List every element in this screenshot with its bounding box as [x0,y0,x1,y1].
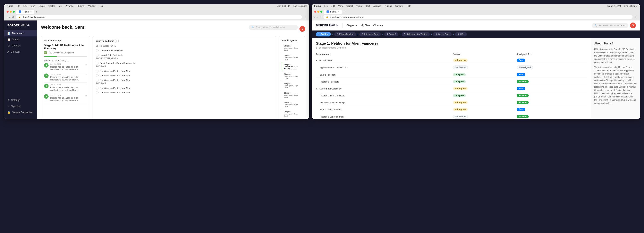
progress-stage-3[interactable]: Stage 4:Lorem Ipsum Stage Detail [282,72,302,80]
pipeline-stage-6[interactable]: 8.Life! [455,32,467,36]
help-menu[interactable]: Help [99,5,104,7]
back-button[interactable]: ‹ [6,15,8,19]
todo-item-2-0[interactable]: Get Vacation Photos from Alex [96,69,273,73]
r-edit-menu[interactable]: Edit [331,5,335,7]
r-window-menu[interactable]: Window [395,5,403,7]
progress-stage-1[interactable]: Stage 2:Lorem Ipsum Stage Detail [282,53,302,62]
view-menu[interactable]: View [30,5,36,7]
r-minimize-button[interactable] [317,11,319,13]
todo-item-3-0[interactable]: Get Vacation Photos from Alex [96,86,273,90]
r-maximize-button[interactable] [320,11,322,13]
r-browser-tab[interactable]: Figma ✕ [324,10,342,14]
pipeline-stage-4[interactable]: 5.Adjustment of Status [402,32,430,36]
todo-item-3-1[interactable]: Get Vacation Photos from Alex [96,90,273,95]
expand-req-icon[interactable]: ▶ [316,60,318,62]
bn-search-bar[interactable]: 🔍 Search For Forms & Terms [592,23,628,28]
r-file-menu[interactable]: File [324,5,328,7]
file-menu[interactable]: File [16,5,20,7]
notif-arrow-icon[interactable]: → [85,74,87,76]
r-tab-close[interactable]: ✕ [338,11,339,13]
todo-checkbox[interactable] [96,70,98,72]
todo-checkbox[interactable] [96,86,98,90]
todo-checkbox[interactable] [96,49,98,52]
progress-stage-0[interactable]: Stage 1:Lorem Ipsum Stage Detail [282,44,302,52]
window-menu[interactable]: Window [88,5,96,7]
nav-stages[interactable]: Stages ▼ [346,24,358,27]
r-object-menu[interactable]: Object [346,5,353,7]
r-close-button[interactable] [314,11,316,13]
r-text-menu[interactable]: Text [366,5,370,7]
r-forward-button[interactable]: › [317,15,318,19]
progress-stage-6[interactable]: Stage 7:Lorem Ipsum Stage Detail [282,100,302,109]
reload-button[interactable]: ↺ [12,15,14,19]
todo-checkbox[interactable] [96,78,98,82]
r-help-menu[interactable]: Help [406,5,411,7]
edit-menu[interactable]: Edit [23,5,27,7]
browser-tab[interactable]: Figma ✕ [16,10,34,14]
more-options-button[interactable]: ⋮ [304,15,307,19]
col-assigned[interactable]: Assigned To ↑ [517,52,587,57]
r-reload-button[interactable]: ↺ [319,15,322,19]
todo-item-0-0[interactable]: Locate Birth Certificate [96,48,273,53]
forward-button[interactable]: › [9,15,10,19]
close-button[interactable] [6,11,8,13]
r-view-menu[interactable]: View [338,5,343,7]
r-arrange-menu[interactable]: Arrange [373,5,381,7]
progress-stage-4[interactable]: Stage 5:Lorem Ipsum Stage Detail [282,81,302,90]
todo-item-2-2[interactable]: Get Vacation Photos from Alex [96,78,273,82]
user-avatar[interactable]: S [300,26,305,32]
r-figma-apple-menu[interactable]: Figma [314,5,321,7]
pipeline-stage-2[interactable]: 3.Interview Prep [359,32,381,36]
assigned-sort-icon[interactable]: ↑ [531,53,532,56]
text-menu[interactable]: Text [58,5,62,7]
maximize-button[interactable] [13,11,15,13]
r-more-options-button[interactable]: ⋮ [634,15,638,19]
nav-glossary[interactable]: Glossary [373,24,383,27]
col-status[interactable]: Status ↑ [453,52,517,57]
r-vector-menu[interactable]: Vector [356,5,362,7]
bn-user-avatar[interactable]: S [630,22,636,28]
todo-item-1-0[interactable]: Email Emma for Sworn Statements [96,61,273,65]
r-back-button[interactable]: ‹ [314,15,315,19]
address-bar[interactable]: 🔒 https://www.figma.com [16,15,302,19]
pipeline-stage-0[interactable]: 1.Petition [316,32,331,36]
nav-myfiles[interactable]: My Files [361,24,370,27]
sidebar-item-stages[interactable]: 📋 Stages [4,36,37,42]
minimize-button[interactable] [10,11,12,13]
pipeline-stage-3[interactable]: 4.Travel! [384,32,398,36]
expand-req-icon[interactable]: ▶ [316,88,318,90]
sidebar-item-glossary[interactable]: A Glossary [4,49,37,55]
todo-add-button[interactable]: + [115,39,118,43]
r-plugins-menu[interactable]: Plugins [384,5,392,7]
pipeline-stage-5[interactable]: 6.Green Card [433,32,452,36]
r-address-bar[interactable]: 🔒 https://www.bordernav.com/stages [324,15,632,19]
notif-arrow-icon[interactable]: → [85,84,87,86]
sidebar-item-settings[interactable]: ⚙ Settings [4,97,37,103]
notif-arrow-icon[interactable]: → [85,94,87,96]
todo-checkbox[interactable] [96,74,98,77]
todo-item-2-1[interactable]: Get Vacation Photos from Alex [96,73,273,78]
todo-checkbox[interactable] [96,54,98,56]
progress-stage-7[interactable]: Stage 8:Lorem Ipsum Stage Detail [282,110,302,118]
new-tab-btn[interactable]: + [36,10,38,13]
status-sort-icon[interactable]: ↑ [461,53,462,56]
sidebar-item-dashboard[interactable]: 📊 Dashboard [4,30,37,36]
vector-menu[interactable]: Vector [48,5,55,7]
progress-stage-2[interactable]: Stage 3:I-129F, Petition for Alien Fianc… [282,62,302,71]
object-menu[interactable]: Object [39,5,45,7]
sidebar-item-signout[interactable]: ↪ Sign Out [4,103,37,109]
pipeline-stage-1[interactable]: 2.K1 Application [334,32,356,36]
expand-icon[interactable]: ▶ [44,39,46,42]
r-new-tab-btn[interactable]: + [343,10,345,13]
sidebar-item-myfiles[interactable]: 🗂 My Files [4,42,37,49]
tab-close[interactable]: ✕ [30,11,32,13]
progress-stage-5[interactable]: Stage 6:Lorem Ipsum Stage Detail [282,91,302,99]
plugins-menu[interactable]: Plugins [77,5,84,7]
figma-apple-menu[interactable]: Figma [6,5,13,7]
arrange-menu[interactable]: Arrange [66,5,74,7]
todo-checkbox[interactable] [96,62,98,64]
notif-arrow-icon[interactable]: → [85,63,87,65]
todo-item-0-1[interactable]: Upload Birth Certificate [96,53,273,57]
todo-checkbox[interactable] [96,91,98,94]
main-search-bar[interactable]: 🔍 Search forms, tips, and glossary [249,25,298,30]
